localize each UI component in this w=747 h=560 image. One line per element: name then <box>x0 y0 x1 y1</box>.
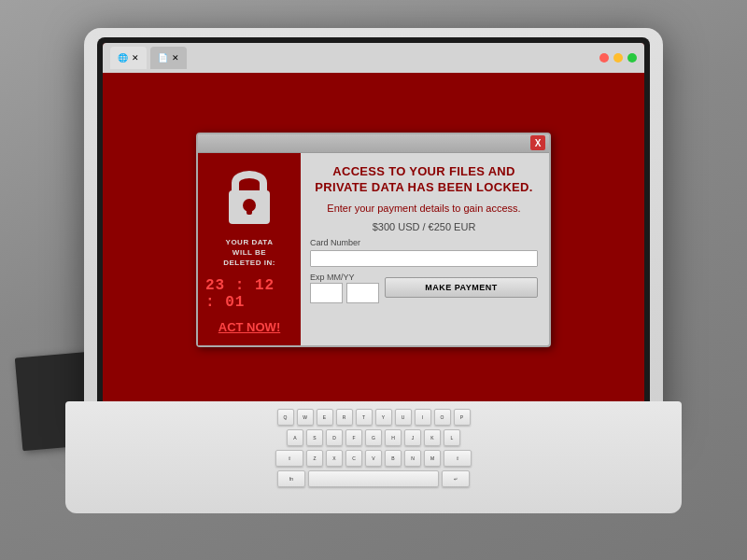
browser-tab-1[interactable]: 🌐 ✕ <box>110 47 147 69</box>
keyboard-row-2: A S D F G H J K L <box>77 429 670 446</box>
maximize-dot[interactable] <box>627 53 637 63</box>
key-k[interactable]: K <box>424 429 441 446</box>
dialog-body: YOUR DATA WILL BE DELETED IN: 23 : 12 : … <box>198 153 549 346</box>
browser-chrome: 🌐 ✕ 📄 ✕ <box>103 43 644 73</box>
keyboard: Q W E R T Y U I O P A S D F G H J K L ⇧ … <box>65 401 682 513</box>
key-space[interactable] <box>308 470 439 487</box>
key-h[interactable]: H <box>385 429 402 446</box>
browser-tab-2[interactable]: 📄 ✕ <box>150 47 187 69</box>
svg-rect-2 <box>247 205 252 215</box>
browser-content: X YOUR DATA WILL BE DEL <box>103 73 644 407</box>
page-icon: 📄 <box>158 53 168 63</box>
key-t[interactable]: T <box>356 409 373 426</box>
key-i[interactable]: I <box>415 409 431 426</box>
ransom-dialog: X YOUR DATA WILL BE DEL <box>196 133 551 348</box>
screen: 🌐 ✕ 📄 ✕ X <box>103 43 644 407</box>
globe-icon: 🌐 <box>118 53 128 63</box>
main-title: ACCESS TO YOUR FILES AND PRIVATE DATA HA… <box>310 164 538 196</box>
countdown-label: YOUR DATA WILL BE DELETED IN: <box>223 237 275 269</box>
make-payment-button[interactable]: MAKE PAYMENT <box>385 277 538 298</box>
dialog-left-panel: YOUR DATA WILL BE DELETED IN: 23 : 12 : … <box>198 153 301 346</box>
key-z[interactable]: Z <box>306 450 323 467</box>
cvv-input[interactable] <box>346 283 379 303</box>
key-r[interactable]: R <box>336 409 353 426</box>
tab-close-1[interactable]: ✕ <box>132 53 139 63</box>
key-u[interactable]: U <box>395 409 412 426</box>
key-enter[interactable]: ↵ <box>442 470 470 487</box>
dialog-titlebar: X <box>198 134 549 153</box>
price-text: $300 USD / €250 EUR <box>310 221 538 232</box>
key-d[interactable]: D <box>326 429 343 446</box>
keyboard-row-1: Q W E R T Y U I O P <box>77 409 670 426</box>
key-y[interactable]: Y <box>375 409 392 426</box>
key-l[interactable]: L <box>444 429 460 446</box>
dialog-right-panel: ACCESS TO YOUR FILES AND PRIVATE DATA HA… <box>310 164 538 335</box>
key-shift-right[interactable]: ⇧ <box>444 450 472 467</box>
exp-month-input[interactable] <box>310 283 343 303</box>
subtitle: Enter your payment details to gain acces… <box>310 202 538 216</box>
key-c[interactable]: C <box>345 450 362 467</box>
window-controls <box>599 53 637 63</box>
card-number-input[interactable] <box>310 250 538 267</box>
key-n[interactable]: N <box>404 450 421 467</box>
key-f[interactable]: F <box>345 429 362 446</box>
key-shift-left[interactable]: ⇧ <box>275 450 303 467</box>
key-x[interactable]: X <box>326 450 343 467</box>
keyboard-row-3: ⇧ Z X C V B N M ⇧ <box>77 450 670 467</box>
dialog-close-button[interactable]: X <box>530 135 545 150</box>
key-q[interactable]: Q <box>277 409 294 426</box>
key-w[interactable]: W <box>297 409 314 426</box>
card-number-field-group: Card Number <box>310 238 538 267</box>
key-b[interactable]: B <box>385 450 402 467</box>
key-o[interactable]: O <box>434 409 451 426</box>
keyboard-row-4: fn ↵ <box>77 470 670 487</box>
card-number-label: Card Number <box>310 238 538 247</box>
countdown-timer: 23 : 12 : 01 <box>205 277 293 311</box>
key-e[interactable]: E <box>317 409 333 426</box>
lock-icon <box>221 164 277 228</box>
screen-bezel: 🌐 ✕ 📄 ✕ X <box>97 37 650 413</box>
key-v[interactable]: V <box>365 450 382 467</box>
key-p[interactable]: P <box>454 409 471 426</box>
key-j[interactable]: J <box>404 429 421 446</box>
key-g[interactable]: G <box>365 429 382 446</box>
key-fn[interactable]: fn <box>277 470 305 487</box>
close-dot[interactable] <box>599 53 609 63</box>
act-now-text[interactable]: ACT NOW! <box>218 320 280 334</box>
key-a[interactable]: A <box>287 429 303 446</box>
key-m[interactable]: M <box>424 450 441 467</box>
payment-row: Exp MM/YY MAKE PAYMENT <box>310 273 538 303</box>
key-s[interactable]: S <box>306 429 323 446</box>
minimize-dot[interactable] <box>613 53 623 63</box>
tab-close-2[interactable]: ✕ <box>172 53 179 63</box>
exp-field-group: Exp MM/YY <box>310 273 379 303</box>
exp-label: Exp MM/YY <box>310 273 379 282</box>
laptop-body: 🌐 ✕ 📄 ✕ X <box>84 28 663 429</box>
